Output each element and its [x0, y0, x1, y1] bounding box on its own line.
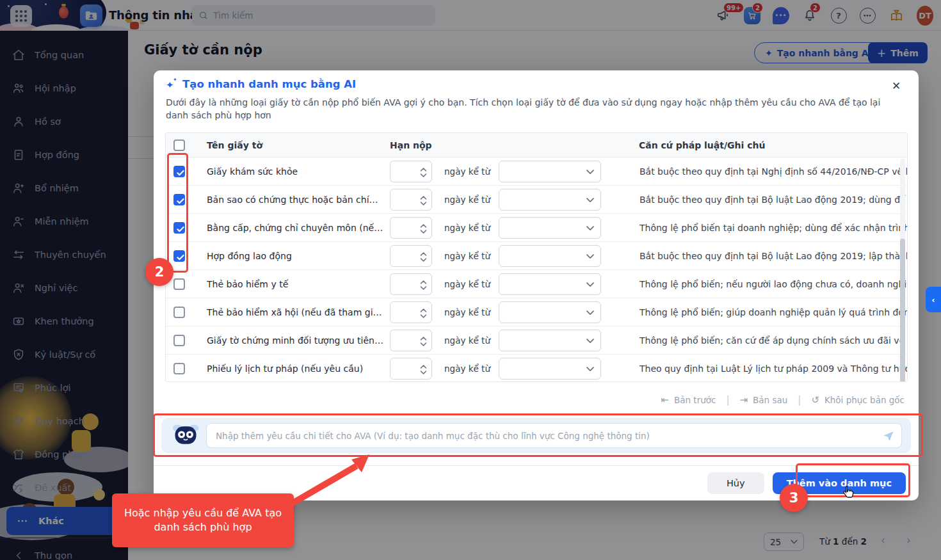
deadline-days-input[interactable] [390, 301, 432, 323]
deadline-from-select[interactable] [499, 273, 601, 295]
document-name: Phiếu lý lịch tư pháp (nếu yêu cầu) [207, 364, 390, 374]
document-name: Giấy khám sức khỏe [207, 166, 390, 177]
table-scrollbar[interactable] [900, 159, 905, 380]
document-note: Thông lệ phổ biến tại doanh nghiệp; dùng… [639, 223, 907, 233]
document-note: Theo quy định tại Luật Lý lịch tư pháp 2… [639, 364, 907, 374]
table-row: Hợp đồng lao độngngày kể từBắt buộc theo… [166, 242, 907, 270]
prev-version-button[interactable]: ⇤ Bản trước [661, 394, 716, 406]
annotation-input-highlight [153, 413, 923, 457]
document-name: Thẻ bảo hiểm xã hội (nếu đã tham gia tr.… [207, 307, 390, 317]
document-note: Thông lệ phổ biến; giúp doanh nghiệp quả… [639, 307, 907, 317]
deadline-from-select[interactable] [499, 245, 601, 267]
deadline-days-input[interactable] [390, 245, 432, 267]
deadline-days-input[interactable] [390, 330, 432, 351]
deadline-days-input[interactable] [390, 358, 432, 380]
annotation-checkbox-highlight [167, 153, 188, 273]
deadline-from-select[interactable] [499, 161, 601, 182]
document-name: Bằng cấp, chứng chỉ chuyên môn (nếu ... [207, 223, 390, 233]
annotation-step-2: 2 [145, 258, 173, 286]
table-header: Tên giấy tờ Hạn nộp Căn cứ pháp luật/Ghi… [166, 133, 907, 157]
row-checkbox[interactable] [173, 335, 185, 346]
document-note: Bắt buộc theo quy định tại Bộ luật Lao đ… [639, 195, 907, 205]
document-note: Bắt buộc theo quy định tại Nghị định số … [639, 166, 907, 177]
table-row: Thẻ bảo hiểm xã hội (nếu đã tham gia tr.… [166, 298, 907, 326]
table-row: Bản sao có chứng thực hoặc bản chính ...… [166, 186, 907, 214]
table-row: Phiếu lý lịch tư pháp (nếu yêu cầu)ngày … [166, 355, 907, 382]
deadline-days-input[interactable] [390, 189, 432, 211]
undo-icon: ↺ [811, 394, 819, 406]
side-panel-toggle[interactable]: ‹ [926, 287, 941, 312]
scrollbar-thumb[interactable] [900, 239, 905, 382]
document-name: Bản sao có chứng thực hoặc bản chính ... [207, 195, 390, 205]
deadline-days-input[interactable] [390, 273, 432, 295]
chevron-left-icon: ‹ [931, 295, 935, 305]
document-note: Bắt buộc theo quy định tại Bộ luật Lao đ… [639, 251, 907, 261]
annotation-arrow [272, 447, 381, 517]
cursor-pointer-icon [840, 484, 857, 502]
row-checkbox[interactable] [173, 307, 185, 318]
deadline-days-input[interactable] [390, 217, 432, 239]
documents-table: Tên giấy tờ Hạn nộp Căn cứ pháp luật/Ghi… [165, 132, 908, 382]
select-all-checkbox[interactable] [173, 140, 185, 151]
document-note: Thông lệ phổ biến; căn cứ để áp dụng chí… [639, 335, 907, 346]
sparkle-icon: ✦✦ [166, 79, 177, 90]
modal-title: ✦✦ Tạo nhanh danh mục bằng AI [166, 78, 356, 90]
deadline-days-input[interactable] [390, 161, 432, 182]
document-name: Giấy tờ chứng minh đối tượng ưu tiên (n.… [207, 335, 390, 346]
deadline-from-select[interactable] [499, 330, 601, 351]
deadline-from-select[interactable] [499, 217, 601, 239]
restore-original-button[interactable]: ↺ Khôi phục bản gốc [811, 394, 905, 406]
table-row: Thẻ bảo hiểm y tếngày kể từThông lệ phổ … [166, 270, 907, 298]
app-root: Thông tin nhân sự 99+ 2 ••• 2 [0, 0, 941, 560]
arrow-bar-right-icon: ⇥ [739, 394, 748, 406]
col-deadline: Hạn nộp [390, 140, 639, 150]
document-note: Thông lệ phổ biến; nếu người lao động ch… [639, 279, 907, 289]
table-row: Giấy khám sức khỏengày kể từBắt buộc the… [166, 157, 907, 186]
deadline-from-select[interactable] [499, 358, 601, 380]
table-row: Bằng cấp, chứng chỉ chuyên môn (nếu ...n… [166, 214, 907, 242]
document-name: Thẻ bảo hiểm y tế [207, 279, 390, 289]
document-name: Hợp đồng lao động [207, 251, 390, 261]
annotation-callout: Hoặc nhập yêu cầu để AVA tạo danh sách p… [112, 493, 294, 547]
history-controls: ⇤ Bản trước | ⇥ Bản sau | ↺ Khôi phục bả… [661, 394, 905, 406]
deadline-from-select[interactable] [499, 189, 601, 211]
table-row: Giấy tờ chứng minh đối tượng ưu tiên (n.… [166, 326, 907, 355]
annotation-step-3: 3 [780, 484, 808, 512]
row-checkbox[interactable] [173, 363, 185, 374]
close-icon[interactable]: ✕ [889, 79, 903, 93]
cancel-button[interactable]: Hủy [707, 472, 764, 494]
arrow-bar-left-icon: ⇤ [661, 394, 669, 406]
row-checkbox[interactable] [173, 278, 185, 290]
col-name: Tên giấy tờ [207, 140, 390, 150]
modal-description: Dưới đây là những loại giấy tờ cần nộp p… [166, 97, 888, 122]
col-note: Căn cứ pháp luật/Ghi chú [639, 140, 907, 150]
ai-table-body: Giấy khám sức khỏengày kể từBắt buộc the… [166, 157, 907, 382]
next-version-button[interactable]: ⇥ Bản sau [739, 394, 787, 406]
deadline-from-select[interactable] [499, 301, 601, 323]
